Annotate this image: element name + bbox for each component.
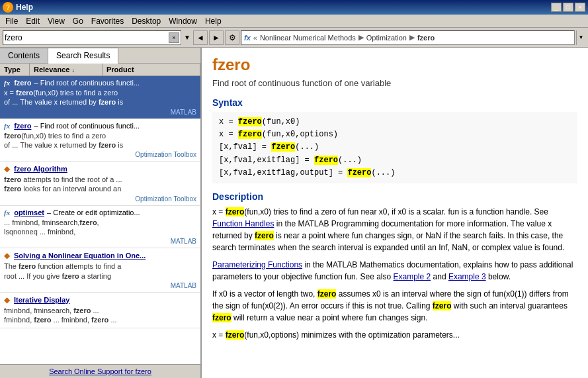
settings-button[interactable]: ⚙: [225, 30, 239, 45]
result-item-6[interactable]: ◆ Iterative Display fminbnd, fminsearch,…: [0, 293, 200, 328]
breadcrumb-optimization[interactable]: Optimization: [366, 34, 407, 42]
nav-back-button[interactable]: ◄: [193, 30, 208, 45]
result-1-line2: of ... The value x returned by fzero is: [4, 97, 196, 107]
result-item-3[interactable]: ◆ fzero Algorithm fzero attempts to find…: [0, 162, 200, 206]
result-1-source: MATLAB: [4, 109, 196, 116]
result-1-title-suffix: – Find root of continuous functi...: [34, 79, 140, 87]
result-2-title-suffix: – Find root of continuous functi...: [34, 122, 140, 130]
menu-bar: File Edit View Go Favorites Desktop Wind…: [0, 15, 588, 28]
result-item-2[interactable]: fx fzero – Find root of continuous funct…: [0, 119, 200, 162]
result-3-title[interactable]: fzero Algorithm: [14, 165, 67, 173]
close-button[interactable]: ×: [575, 3, 585, 12]
result-6-line1: fminbnd, fminsearch, fzero ...: [4, 306, 196, 315]
left-panel: Contents Search Results Type Relevance ↓…: [0, 48, 202, 378]
sort-indicator: ↓: [72, 67, 75, 73]
link-parameterizing[interactable]: Parameterizing Functions: [212, 260, 302, 269]
menu-desktop[interactable]: Desktop: [128, 15, 165, 27]
section-description-heading: Description: [212, 191, 577, 202]
tab-bar: Contents Search Results: [0, 48, 200, 64]
minimize-button[interactable]: _: [551, 3, 562, 12]
menu-file[interactable]: File: [1, 15, 22, 27]
result-5-icon: ◆: [4, 251, 10, 260]
location-bar: fx « Nonlinear Numerical Methods ▶ Optim…: [241, 30, 575, 45]
right-panel: fzero Find root of continuous function o…: [202, 48, 588, 378]
search-online-link[interactable]: Search Online Support for fzero: [49, 367, 151, 375]
col-type-header[interactable]: Type: [0, 64, 30, 75]
result-1-line1: x = fzero(fun,x0) tries to find a zero: [4, 88, 196, 97]
breadcrumb-sep1: ▶: [358, 33, 364, 42]
search-online-bar: Search Online Support for fzero: [0, 364, 200, 378]
nav-forward-button[interactable]: ►: [209, 30, 224, 45]
results-header: Type Relevance ↓ Product: [0, 64, 200, 76]
result-5-source: MATLAB: [4, 282, 196, 289]
search-input[interactable]: [5, 33, 169, 42]
result-6-icon: ◆: [4, 295, 10, 305]
result-3-icon: ◆: [4, 164, 10, 173]
toolbar: × ▼ ◄ ► ⚙ fx « Nonlinear Numerical Metho…: [0, 28, 588, 48]
result-item-1[interactable]: fx fzero – Find root of continuous funct…: [0, 76, 200, 119]
tab-contents[interactable]: Contents: [0, 48, 48, 63]
result-3-line2: fzero looks for an interval around an: [4, 184, 196, 193]
help-function-name: fzero: [212, 56, 577, 74]
menu-view[interactable]: View: [44, 15, 69, 27]
window-title: Help: [16, 3, 33, 12]
menu-go[interactable]: Go: [69, 15, 87, 27]
result-2-source: Optimization Toolbox: [4, 151, 196, 158]
breadcrumb-nonlinear[interactable]: Nonlinear Numerical Methods: [260, 34, 356, 42]
result-item-4[interactable]: fx optimset – Create or edit optimizatio…: [0, 206, 200, 249]
code-line-2: x = fzero(fun,x0,options): [219, 128, 571, 141]
result-2-title[interactable]: fzero: [14, 122, 31, 130]
result-6-title[interactable]: Iterative Display: [14, 296, 69, 304]
search-box[interactable]: ×: [3, 30, 181, 45]
desc-para-3: If x0 is a vector of length two, fzero a…: [212, 288, 577, 324]
col-product-header[interactable]: Product: [103, 64, 200, 75]
result-2-line1: fzero(fun,x0) tries to find a zero: [4, 131, 196, 140]
menu-help[interactable]: Help: [201, 15, 226, 27]
code-line-1: x = fzero(fun,x0): [219, 116, 571, 128]
result-4-line2: lsqnonneq ... fminbnd,: [4, 227, 196, 236]
result-5-line1: The fzero function attempts to find a: [4, 261, 196, 271]
result-3-source: Optimization Toolbox: [4, 195, 196, 203]
result-2-line2: of ... The value x returned by fzero is: [4, 140, 196, 150]
breadcrumb-fzero[interactable]: fzero: [417, 34, 435, 42]
breadcrumb-sep2: ▶: [409, 33, 415, 42]
location-dropdown-button[interactable]: ▼: [576, 30, 585, 45]
desc-para-2: Parameterizing Functions in the MATLAB M…: [212, 259, 577, 283]
link-example2[interactable]: Example 2: [394, 272, 431, 281]
result-4-line1: ... fminbnd, fminsearch,fzero,: [4, 218, 196, 227]
tab-search-results[interactable]: Search Results: [48, 48, 118, 64]
search-dropdown-button[interactable]: ▼: [183, 34, 192, 41]
result-6-line2: fminbnd, fzero ... fminbnd, fzero ...: [4, 315, 196, 324]
result-2-icon: fx: [4, 122, 10, 130]
col-relevance-header[interactable]: Relevance ↓: [30, 64, 103, 75]
result-4-icon: fx: [4, 209, 10, 216]
help-description: Find root of continuous function of one …: [212, 78, 577, 88]
code-line-4: [x,fval,exitflag] = fzero(...): [219, 154, 571, 167]
result-item-5[interactable]: ◆ Solving a Nonlinear Equation in One...…: [0, 248, 200, 293]
desc-para-4: x = fzero(fun,x0,options) minimizes with…: [212, 329, 577, 341]
fx-label: fx: [244, 34, 251, 42]
result-4-title[interactable]: optimset: [14, 209, 44, 216]
app-icon: ?: [3, 2, 13, 13]
title-bar: ? Help _ □ ×: [0, 0, 588, 15]
menu-favorites[interactable]: Favorites: [87, 15, 128, 27]
section-syntax-heading: Syntax: [212, 97, 577, 108]
menu-window[interactable]: Window: [165, 15, 201, 27]
result-5-title[interactable]: Solving a Nonlinear Equation in One...: [14, 252, 146, 260]
menu-edit[interactable]: Edit: [22, 15, 44, 27]
window-controls: _ □ ×: [551, 3, 585, 12]
search-clear-button[interactable]: ×: [169, 32, 179, 43]
result-4-source: MATLAB: [4, 238, 196, 245]
link-example3[interactable]: Example 3: [448, 272, 486, 281]
result-3-line1: fzero attempts to find the root of a ...: [4, 175, 196, 184]
result-1-title: fzero: [14, 79, 31, 87]
result-1-icon: fx: [4, 79, 10, 87]
result-5-line2: root ... If you give fzero a starting: [4, 271, 196, 281]
link-function-handles[interactable]: Function Handles: [212, 219, 274, 228]
result-4-title-suffix: – Create or edit optimizatio...: [47, 209, 140, 216]
syntax-code-block: x = fzero(fun,x0) x = fzero(fun,x0,optio…: [212, 112, 577, 183]
code-line-3: [x,fval] = fzero(...): [219, 141, 571, 154]
code-line-5: [x,fval,exitflag,output] = fzero(...): [219, 167, 571, 179]
maximize-button[interactable]: □: [563, 3, 573, 12]
desc-para-1: x = fzero(fun,x0) tries to find a zero o…: [212, 206, 577, 254]
